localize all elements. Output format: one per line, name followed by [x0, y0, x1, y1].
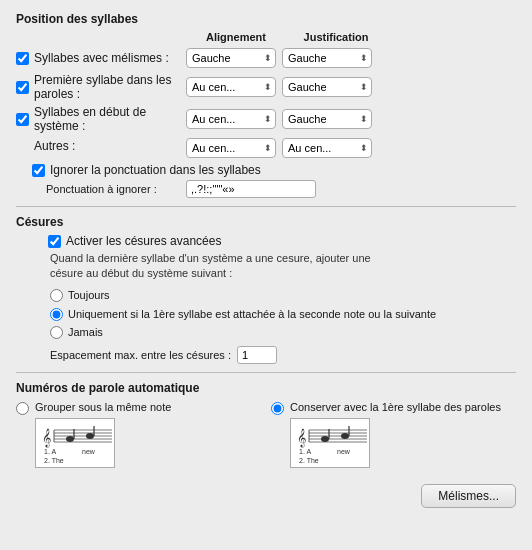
position-section: Position des syllabes Alignement Justifi… — [16, 12, 516, 198]
radio-uniquement[interactable] — [50, 308, 63, 321]
autres-align-select[interactable]: Gauche Au cen... Droite — [186, 138, 276, 158]
radio-toujours[interactable] — [50, 289, 63, 302]
autres-label-text: Autres : — [34, 139, 75, 153]
svg-text:2. The: 2. The — [299, 457, 319, 464]
activer-cesures-row: Activer les césures avancées — [32, 234, 516, 248]
debut-checkbox[interactable] — [16, 113, 29, 126]
score-diagram-conserver: 𝄞 1. A new 2. The — [290, 418, 370, 468]
alignment-header: Alignement — [186, 31, 286, 43]
score-diagram-grouper: 𝄞 1. A new 2. The — [35, 418, 115, 468]
activer-cesures-checkbox[interactable] — [48, 235, 61, 248]
melismes-button[interactable]: Mélismes... — [421, 484, 516, 508]
radio-uniquement-label: Uniquement si la 1ère syllabe est attach… — [68, 307, 436, 322]
numeros-conserver-option: Conserver avec la 1ère syllabe des parol… — [271, 400, 516, 468]
cesures-inner: Activer les césures avancées Quand la de… — [16, 234, 516, 364]
svg-text:1. A: 1. A — [299, 448, 311, 455]
numeros-grouper-content: Grouper sous la même note 𝄞 — [35, 400, 171, 468]
radio-uniquement-row: Uniquement si la 1ère syllabe est attach… — [32, 307, 516, 322]
melismes-align-wrapper: Gauche Au cen... Droite — [186, 48, 276, 68]
autres-align-wrapper: Gauche Au cen... Droite — [186, 138, 276, 158]
radio-jamais-row: Jamais — [32, 325, 516, 340]
divider-2 — [16, 372, 516, 373]
autres-row: Autres : Gauche Au cen... Droite Gauche … — [16, 137, 516, 159]
radio-jamais[interactable] — [50, 326, 63, 339]
melismes-justif-wrapper: Gauche Au cen... Droite — [282, 48, 372, 68]
melismes-row: Syllabes avec mélismes : Gauche Au cen..… — [16, 47, 516, 69]
autres-justif-wrapper: Gauche Au cen... Droite — [282, 138, 372, 158]
footer: Mélismes... — [16, 478, 516, 508]
svg-point-6 — [66, 436, 74, 442]
debut-justif-wrapper: Gauche Au cen... Droite — [282, 109, 372, 129]
numeros-grouper-option: Grouper sous la même note 𝄞 — [16, 400, 261, 468]
svg-point-8 — [86, 433, 94, 439]
score-svg-conserver: 𝄞 1. A new 2. The — [295, 422, 370, 464]
ignorer-label: Ignorer la ponctuation dans les syllabes — [50, 163, 261, 177]
espacement-row: Espacement max. entre les césures : — [32, 346, 516, 364]
debut-justif-select[interactable]: Gauche Au cen... Droite — [282, 109, 372, 129]
punctuation-row: Ponctuation à ignorer : — [16, 180, 516, 198]
debut-label: Syllabes en début de système : — [16, 105, 186, 133]
debut-selects: Gauche Au cen... Droite Gauche Au cen...… — [186, 109, 372, 129]
premiere-selects: Gauche Au cen... Droite Gauche Au cen...… — [186, 77, 372, 97]
ignorer-row: Ignorer la ponctuation dans les syllabes — [16, 163, 516, 177]
melismes-label-text: Syllabes avec mélismes : — [34, 51, 169, 65]
radio-toujours-label: Toujours — [68, 288, 110, 303]
activer-cesures-label: Activer les césures avancées — [66, 234, 221, 248]
espacement-label: Espacement max. entre les césures : — [50, 349, 231, 361]
ignorer-checkbox[interactable] — [32, 164, 45, 177]
debut-align-select[interactable]: Gauche Au cen... Droite — [186, 109, 276, 129]
autres-justif-select[interactable]: Gauche Au cen... Droite — [282, 138, 372, 158]
divider-1 — [16, 206, 516, 207]
score-svg-grouper: 𝄞 1. A new 2. The — [40, 422, 115, 464]
punctuation-input[interactable] — [186, 180, 316, 198]
numeros-grouper-label: Grouper sous la même note — [35, 400, 171, 415]
svg-point-20 — [321, 436, 329, 442]
premiere-justif-wrapper: Gauche Au cen... Droite — [282, 77, 372, 97]
melismes-label: Syllabes avec mélismes : — [16, 51, 186, 65]
svg-text:𝄞: 𝄞 — [42, 428, 51, 448]
premiere-align-wrapper: Gauche Au cen... Droite — [186, 77, 276, 97]
svg-text:𝄞: 𝄞 — [297, 428, 306, 448]
radio-conserver[interactable] — [271, 402, 284, 415]
espacement-input[interactable] — [237, 346, 277, 364]
justification-header: Justification — [286, 31, 386, 43]
column-headers: Alignement Justification — [16, 31, 516, 43]
melismes-align-select[interactable]: Gauche Au cen... Droite — [186, 48, 276, 68]
radio-toujours-row: Toujours — [32, 288, 516, 303]
premiere-label-text: Première syllabe dans les paroles : — [34, 73, 186, 101]
punctuation-label: Ponctuation à ignorer : — [46, 183, 186, 195]
premiere-justif-select[interactable]: Gauche Au cen... Droite — [282, 77, 372, 97]
radio-grouper[interactable] — [16, 402, 29, 415]
svg-text:1. A: 1. A — [44, 448, 56, 455]
premiere-align-select[interactable]: Gauche Au cen... Droite — [186, 77, 276, 97]
melismes-checkbox[interactable] — [16, 52, 29, 65]
svg-text:new: new — [337, 448, 351, 455]
cesures-title: Césures — [16, 215, 516, 229]
autres-selects: Gauche Au cen... Droite Gauche Au cen...… — [186, 138, 372, 158]
premiere-row: Première syllabe dans les paroles : Gauc… — [16, 73, 516, 101]
melismes-selects: Gauche Au cen... Droite Gauche Au cen...… — [186, 48, 372, 68]
svg-text:new: new — [82, 448, 96, 455]
cesures-description: Quand la dernière syllabe d'un système a… — [32, 251, 516, 282]
melismes-justif-select[interactable]: Gauche Au cen... Droite — [282, 48, 372, 68]
premiere-label: Première syllabe dans les paroles : — [16, 73, 186, 101]
svg-point-22 — [341, 433, 349, 439]
debut-align-wrapper: Gauche Au cen... Droite — [186, 109, 276, 129]
svg-text:2. The: 2. The — [44, 457, 64, 464]
autres-label: Autres : — [16, 139, 186, 153]
numeros-title: Numéros de parole automatique — [16, 381, 516, 395]
position-title: Position des syllabes — [16, 12, 516, 26]
radio-jamais-label: Jamais — [68, 325, 103, 340]
numeros-conserver-label: Conserver avec la 1ère syllabe des parol… — [290, 400, 501, 415]
numeros-section: Numéros de parole automatique Grouper so… — [16, 381, 516, 468]
debut-label-text: Syllabes en début de système : — [34, 105, 186, 133]
numeros-conserver-content: Conserver avec la 1ère syllabe des parol… — [290, 400, 501, 468]
cesures-section: Césures Activer les césures avancées Qua… — [16, 215, 516, 364]
premiere-checkbox[interactable] — [16, 81, 29, 94]
debut-row: Syllabes en début de système : Gauche Au… — [16, 105, 516, 133]
numeros-options: Grouper sous la même note 𝄞 — [16, 400, 516, 468]
